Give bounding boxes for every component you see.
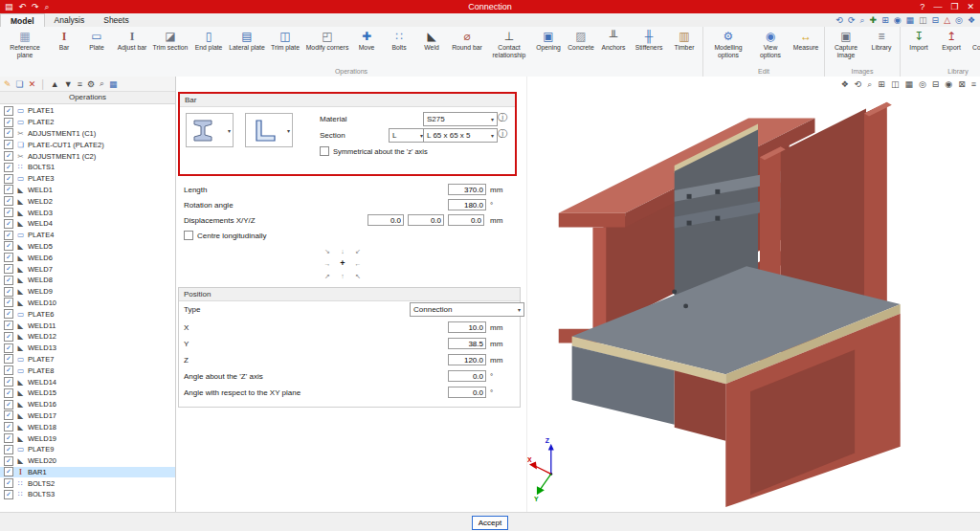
ribbon-button-view-options[interactable]: ◉View options: [751, 28, 790, 67]
tree-item-plate-cut1-plate2[interactable]: ✓❏PLATE-CUT1 (PLATE2): [0, 139, 175, 150]
tree-item-bar1[interactable]: ✓IBAR1: [0, 467, 175, 478]
tree-item-weld11[interactable]: ✓◣WELD11: [0, 320, 175, 331]
tree-item-plate4[interactable]: ✓▭PLATE4: [0, 230, 175, 241]
tree-item-plate7[interactable]: ✓▭PLATE7: [0, 354, 175, 365]
zoom-extents-icon[interactable]: ⊞: [878, 79, 885, 90]
anchor-arrow-icon[interactable]: ↖: [350, 270, 366, 282]
clip-icon[interactable]: ⊠: [958, 79, 966, 90]
clash-check-icon[interactable]: △: [944, 15, 950, 25]
orbit-left-icon[interactable]: ⟲: [835, 15, 843, 25]
tree-item-plate9[interactable]: ✓▭PLATE9: [0, 444, 175, 455]
tree-item-checkbox[interactable]: ✓: [4, 422, 13, 431]
copy-icon[interactable]: ❏: [16, 79, 24, 89]
tab-sheets[interactable]: Sheets: [94, 13, 138, 27]
tree-item-checkbox[interactable]: ✓: [4, 377, 13, 387]
tree-item-checkbox[interactable]: ✓: [4, 151, 13, 161]
tree-item-checkbox[interactable]: ✓: [4, 467, 13, 476]
tree-item-checkbox[interactable]: ✓: [4, 231, 13, 240]
tree-item-checkbox[interactable]: ✓: [4, 219, 13, 229]
render-icon[interactable]: ◎: [955, 15, 963, 25]
ribbon-button-contact-relationship[interactable]: ⊥Contact relationship: [486, 28, 532, 67]
tree-item-checkbox[interactable]: ✓: [4, 208, 13, 217]
tree-item-checkbox[interactable]: ✓: [4, 321, 13, 330]
tree-item-checkbox[interactable]: ✓: [4, 128, 13, 138]
tree-item-plate2[interactable]: ✓▭PLATE2: [0, 117, 175, 128]
section-shape-picker[interactable]: ▾: [186, 113, 234, 147]
tree-item-checkbox[interactable]: ✓: [4, 478, 13, 488]
accept-button[interactable]: Accept: [472, 516, 508, 530]
ribbon-button-reference-plane[interactable]: ▦Reference plane: [2, 28, 48, 67]
scene-icon[interactable]: ❖: [968, 15, 975, 25]
ribbon-button-trim-plate[interactable]: ◫Trim plate: [266, 28, 304, 67]
tree-item-weld17[interactable]: ✓◣WELD17: [0, 410, 175, 422]
hide-icon[interactable]: ⊟: [932, 79, 940, 90]
tree-item-checkbox[interactable]: ✓: [4, 118, 13, 127]
ribbon-button-end-plate[interactable]: ▯End plate: [189, 28, 228, 67]
tree-item-bolts2[interactable]: ✓∷BOLTS2: [0, 477, 175, 489]
tree-item-checkbox[interactable]: ✓: [4, 196, 13, 206]
tree-item-plate3[interactable]: ✓▭PLATE3: [0, 173, 175, 185]
tree-item-checkbox[interactable]: ✓: [4, 400, 13, 409]
ribbon-button-weld[interactable]: ◣Weld: [415, 28, 448, 67]
tree-item-bolts1[interactable]: ✓∷BOLTS1: [0, 162, 175, 173]
tree-item-checkbox[interactable]: ✓: [4, 106, 13, 116]
scene-icon[interactable]: ❖: [841, 79, 849, 90]
tree-item-checkbox[interactable]: ✓: [4, 241, 13, 251]
anchor-arrow-icon[interactable]: ↙: [350, 245, 366, 257]
ribbon-button-move[interactable]: ✚Move: [350, 28, 383, 67]
tree-item-weld13[interactable]: ✓◣WELD13: [0, 343, 175, 354]
tree-item-weld1[interactable]: ✓◣WELD1: [0, 185, 175, 196]
tree-item-weld15[interactable]: ✓◣WELD15: [0, 387, 175, 399]
ribbon-button-bar[interactable]: IBar: [48, 28, 80, 67]
mesh-icon[interactable]: ▦: [906, 15, 915, 25]
tree-item-weld6[interactable]: ✓◣WELD6: [0, 252, 175, 263]
add-view-icon[interactable]: ✚: [870, 15, 878, 25]
tree-item-weld18[interactable]: ✓◣WELD18: [0, 421, 175, 432]
tree-item-adjustment1-c2[interactable]: ✓✂ADJUSTMENT1 (C2): [0, 150, 175, 162]
delete-icon[interactable]: ✕: [29, 79, 36, 89]
tab-analysis[interactable]: Analysis: [45, 13, 95, 27]
anchor-arrow-icon[interactable]: ↑: [335, 270, 350, 282]
tree-item-weld12[interactable]: ✓◣WELD12: [0, 331, 175, 343]
tree-item-weld10[interactable]: ✓◣WELD10: [0, 298, 175, 309]
move-up-icon[interactable]: ▲: [51, 79, 59, 89]
remove-view-icon[interactable]: ⊟: [932, 15, 940, 25]
tree-item-checkbox[interactable]: ✓: [4, 343, 13, 353]
tree-item-checkbox[interactable]: ✓: [4, 388, 13, 398]
search-icon[interactable]: ⌕: [45, 2, 50, 12]
ribbon-button-bolts[interactable]: ∷Bolts: [383, 28, 415, 67]
ribbon-button-modify-corners[interactable]: ◰Modify corners: [304, 28, 350, 67]
tree-item-weld16[interactable]: ✓◣WELD16: [0, 399, 175, 410]
tree-item-weld20[interactable]: ✓◣WELD20: [0, 455, 175, 467]
anchor-center[interactable]: +: [335, 257, 350, 270]
tree-item-checkbox[interactable]: ✓: [4, 490, 13, 499]
length-input[interactable]: [448, 184, 486, 195]
tree-item-plate8[interactable]: ✓▭PLATE8: [0, 365, 175, 376]
tree-item-adjustment1-c1[interactable]: ✓✂ADJUSTMENT1 (C1): [0, 128, 175, 140]
tree-item-weld14[interactable]: ✓◣WELD14: [0, 376, 175, 387]
grid-view-icon[interactable]: ⊞: [881, 15, 889, 25]
tree-item-checkbox[interactable]: ✓: [4, 174, 13, 184]
model-3d[interactable]: Z X Y: [527, 77, 980, 510]
search-icon[interactable]: ⌕: [100, 78, 104, 89]
type-dropdown[interactable]: Connection ▾: [410, 302, 524, 317]
restore-icon[interactable]: ❐: [950, 2, 958, 11]
tab-model[interactable]: Model: [0, 13, 45, 27]
rotation-angle-input[interactable]: [448, 199, 486, 210]
tree-item-checkbox[interactable]: ✓: [4, 287, 13, 297]
move-down-icon[interactable]: ▼: [64, 79, 73, 89]
ribbon-button-anchors[interactable]: ╨Anchors: [597, 28, 630, 67]
tree-item-checkbox[interactable]: ✓: [4, 264, 13, 274]
symmetrical-checkbox[interactable]: [320, 146, 329, 156]
filter-icon[interactable]: ▦: [109, 79, 118, 89]
displacement-z-input[interactable]: [448, 214, 484, 226]
anchor-arrow-icon[interactable]: →: [320, 257, 335, 270]
tree-item-checkbox[interactable]: ✓: [4, 410, 13, 420]
displacement-x-input[interactable]: [368, 214, 404, 226]
ribbon-button-trim-section[interactable]: ◪Trim section: [151, 28, 189, 67]
section-view-icon[interactable]: ◫: [891, 79, 900, 90]
anchor-arrow-icon[interactable]: ↘: [320, 245, 335, 257]
tree-item-checkbox[interactable]: ✓: [4, 309, 13, 319]
tree-item-weld2[interactable]: ✓◣WELD2: [0, 195, 175, 207]
ribbon-button-export[interactable]: ↥Export: [935, 28, 968, 67]
